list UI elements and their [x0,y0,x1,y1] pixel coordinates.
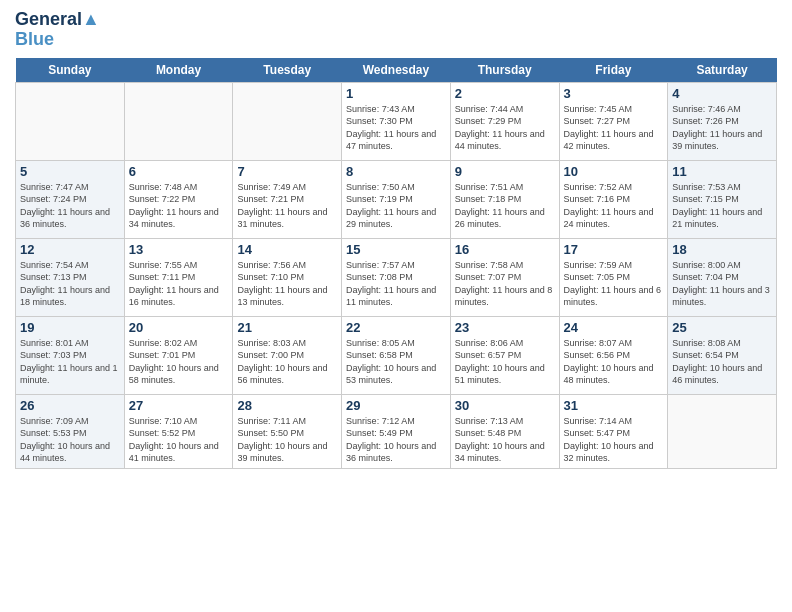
calendar-cell: 3Sunrise: 7:45 AMSunset: 7:27 PMDaylight… [559,82,668,160]
calendar-cell: 5Sunrise: 7:47 AMSunset: 7:24 PMDaylight… [16,160,125,238]
day-number: 4 [672,86,772,101]
day-number: 16 [455,242,555,257]
calendar-table: SundayMondayTuesdayWednesdayThursdayFrid… [15,58,777,469]
calendar-cell: 13Sunrise: 7:55 AMSunset: 7:11 PMDayligh… [124,238,233,316]
calendar-cell: 17Sunrise: 7:59 AMSunset: 7:05 PMDayligh… [559,238,668,316]
daylight-text: Daylight: 10 hours and 34 minutes. [455,441,545,464]
day-number: 26 [20,398,120,413]
sunrise-text: Sunrise: 7:10 AM [129,416,198,426]
day-info: Sunrise: 7:12 AMSunset: 5:49 PMDaylight:… [346,415,446,465]
calendar-cell: 25Sunrise: 8:08 AMSunset: 6:54 PMDayligh… [668,316,777,394]
calendar-cell: 18Sunrise: 8:00 AMSunset: 7:04 PMDayligh… [668,238,777,316]
day-info: Sunrise: 7:55 AMSunset: 7:11 PMDaylight:… [129,259,229,309]
day-number: 31 [564,398,664,413]
sunset-text: Sunset: 5:50 PM [237,428,304,438]
calendar-cell: 31Sunrise: 7:14 AMSunset: 5:47 PMDayligh… [559,394,668,468]
weekday-header: Wednesday [342,58,451,83]
weekday-header: Sunday [16,58,125,83]
daylight-text: Daylight: 10 hours and 56 minutes. [237,363,327,386]
sunrise-text: Sunrise: 7:50 AM [346,182,415,192]
day-number: 22 [346,320,446,335]
day-info: Sunrise: 7:59 AMSunset: 7:05 PMDaylight:… [564,259,664,309]
daylight-text: Daylight: 10 hours and 39 minutes. [237,441,327,464]
sunrise-text: Sunrise: 7:49 AM [237,182,306,192]
sunrise-text: Sunrise: 8:07 AM [564,338,633,348]
sunrise-text: Sunrise: 7:58 AM [455,260,524,270]
daylight-text: Daylight: 11 hours and 42 minutes. [564,129,654,152]
sunset-text: Sunset: 7:00 PM [237,350,304,360]
day-info: Sunrise: 7:54 AMSunset: 7:13 PMDaylight:… [20,259,120,309]
calendar-cell: 6Sunrise: 7:48 AMSunset: 7:22 PMDaylight… [124,160,233,238]
sunset-text: Sunset: 7:24 PM [20,194,87,204]
daylight-text: Daylight: 10 hours and 48 minutes. [564,363,654,386]
sunset-text: Sunset: 7:01 PM [129,350,196,360]
sunrise-text: Sunrise: 7:53 AM [672,182,741,192]
day-info: Sunrise: 7:51 AMSunset: 7:18 PMDaylight:… [455,181,555,231]
sunrise-text: Sunrise: 8:03 AM [237,338,306,348]
day-number: 25 [672,320,772,335]
daylight-text: Daylight: 10 hours and 58 minutes. [129,363,219,386]
daylight-text: Daylight: 10 hours and 46 minutes. [672,363,762,386]
sunrise-text: Sunrise: 8:05 AM [346,338,415,348]
calendar-cell [233,82,342,160]
sunset-text: Sunset: 5:53 PM [20,428,87,438]
sunset-text: Sunset: 7:03 PM [20,350,87,360]
sunrise-text: Sunrise: 7:56 AM [237,260,306,270]
day-info: Sunrise: 8:02 AMSunset: 7:01 PMDaylight:… [129,337,229,387]
daylight-text: Daylight: 11 hours and 8 minutes. [455,285,553,308]
sunrise-text: Sunrise: 8:06 AM [455,338,524,348]
day-info: Sunrise: 7:10 AMSunset: 5:52 PMDaylight:… [129,415,229,465]
sunrise-text: Sunrise: 7:48 AM [129,182,198,192]
day-number: 1 [346,86,446,101]
sunrise-text: Sunrise: 7:46 AM [672,104,741,114]
day-number: 21 [237,320,337,335]
sunrise-text: Sunrise: 7:52 AM [564,182,633,192]
sunrise-text: Sunrise: 7:51 AM [455,182,524,192]
weekday-header: Thursday [450,58,559,83]
daylight-text: Daylight: 11 hours and 39 minutes. [672,129,762,152]
sunset-text: Sunset: 7:05 PM [564,272,631,282]
daylight-text: Daylight: 10 hours and 53 minutes. [346,363,436,386]
sunrise-text: Sunrise: 7:09 AM [20,416,89,426]
day-info: Sunrise: 7:11 AMSunset: 5:50 PMDaylight:… [237,415,337,465]
calendar-cell: 29Sunrise: 7:12 AMSunset: 5:49 PMDayligh… [342,394,451,468]
day-number: 18 [672,242,772,257]
calendar-cell: 11Sunrise: 7:53 AMSunset: 7:15 PMDayligh… [668,160,777,238]
calendar-cell: 14Sunrise: 7:56 AMSunset: 7:10 PMDayligh… [233,238,342,316]
daylight-text: Daylight: 10 hours and 32 minutes. [564,441,654,464]
sunset-text: Sunset: 7:19 PM [346,194,413,204]
calendar-week-row: 19Sunrise: 8:01 AMSunset: 7:03 PMDayligh… [16,316,777,394]
day-number: 5 [20,164,120,179]
calendar-week-row: 5Sunrise: 7:47 AMSunset: 7:24 PMDaylight… [16,160,777,238]
calendar-cell [124,82,233,160]
day-info: Sunrise: 8:06 AMSunset: 6:57 PMDaylight:… [455,337,555,387]
daylight-text: Daylight: 11 hours and 21 minutes. [672,207,762,230]
day-info: Sunrise: 7:56 AMSunset: 7:10 PMDaylight:… [237,259,337,309]
sunset-text: Sunset: 7:30 PM [346,116,413,126]
sunset-text: Sunset: 7:08 PM [346,272,413,282]
logo-text: General▲ [15,10,100,30]
day-number: 6 [129,164,229,179]
day-info: Sunrise: 8:08 AMSunset: 6:54 PMDaylight:… [672,337,772,387]
daylight-text: Daylight: 11 hours and 13 minutes. [237,285,327,308]
daylight-text: Daylight: 11 hours and 26 minutes. [455,207,545,230]
sunrise-text: Sunrise: 8:08 AM [672,338,741,348]
weekday-header: Tuesday [233,58,342,83]
day-info: Sunrise: 7:57 AMSunset: 7:08 PMDaylight:… [346,259,446,309]
day-number: 20 [129,320,229,335]
sunset-text: Sunset: 7:07 PM [455,272,522,282]
sunrise-text: Sunrise: 7:11 AM [237,416,306,426]
sunrise-text: Sunrise: 7:57 AM [346,260,415,270]
day-number: 2 [455,86,555,101]
calendar-cell: 15Sunrise: 7:57 AMSunset: 7:08 PMDayligh… [342,238,451,316]
logo-subtext: Blue [15,30,100,50]
calendar-cell: 4Sunrise: 7:46 AMSunset: 7:26 PMDaylight… [668,82,777,160]
calendar-cell: 28Sunrise: 7:11 AMSunset: 5:50 PMDayligh… [233,394,342,468]
day-info: Sunrise: 7:09 AMSunset: 5:53 PMDaylight:… [20,415,120,465]
sunset-text: Sunset: 5:52 PM [129,428,196,438]
day-number: 11 [672,164,772,179]
sunset-text: Sunset: 7:11 PM [129,272,196,282]
sunset-text: Sunset: 7:16 PM [564,194,631,204]
calendar-week-row: 26Sunrise: 7:09 AMSunset: 5:53 PMDayligh… [16,394,777,468]
sunrise-text: Sunrise: 7:55 AM [129,260,198,270]
